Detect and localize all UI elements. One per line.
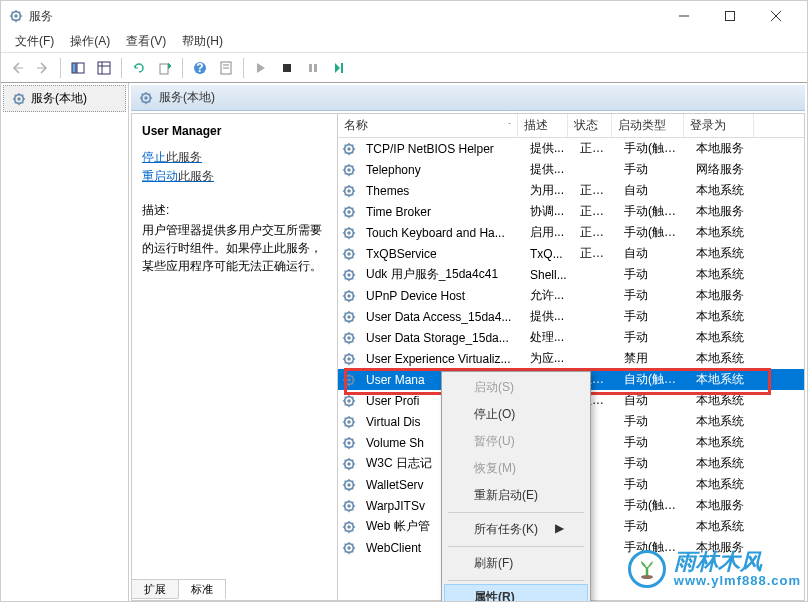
table-row[interactable]: Udk 用户服务_15da4c41Shell...手动本地系统	[338, 264, 804, 285]
cm-resume: 恢复(M)	[444, 455, 588, 482]
cell-logon: 本地系统	[690, 329, 760, 346]
cell-logon: 本地系统	[690, 245, 760, 262]
table-row[interactable]: TxQBServiceTxQ...正在...自动本地系统	[338, 243, 804, 264]
table-row[interactable]: TCP/IP NetBIOS Helper提供...正在...手动(触发...本…	[338, 138, 804, 159]
col-startup[interactable]: 启动类型	[612, 114, 684, 137]
cell-name: Themes	[360, 184, 524, 198]
close-button[interactable]	[753, 1, 799, 31]
pause-service-button[interactable]	[301, 56, 325, 80]
gear-icon	[342, 268, 356, 282]
cm-properties[interactable]: 属性(R)	[444, 584, 588, 602]
table-row[interactable]: User Data Storage_15da...处理...手动本地系统	[338, 327, 804, 348]
forward-button[interactable]	[31, 56, 55, 80]
table-row[interactable]: User Experience Virtualiz...为应...禁用本地系统	[338, 348, 804, 369]
cm-restart[interactable]: 重新启动(E)	[444, 482, 588, 509]
content-header-title: 服务(本地)	[159, 89, 215, 106]
gear-icon	[342, 457, 356, 471]
titlebar: 服务	[1, 1, 807, 31]
svg-rect-28	[314, 64, 317, 72]
cell-logon: 本地系统	[690, 392, 760, 409]
cell-desc: 处理...	[524, 329, 574, 346]
cell-startup: 手动	[618, 161, 690, 178]
back-button[interactable]	[5, 56, 29, 80]
cm-all-tasks[interactable]: 所有任务(K)▶	[444, 516, 588, 543]
start-service-button[interactable]	[249, 56, 273, 80]
cell-startup: 自动	[618, 245, 690, 262]
tree-item-services-local[interactable]: 服务(本地)	[3, 85, 126, 112]
watermark-icon	[628, 550, 666, 588]
svg-rect-20	[160, 64, 168, 74]
cell-name: User Data Storage_15da...	[360, 331, 524, 345]
gear-icon	[342, 415, 356, 429]
menu-action[interactable]: 操作(A)	[62, 31, 118, 52]
watermark-logo: 雨林木风 www.ylmf888.com	[628, 543, 801, 595]
minimize-button[interactable]	[661, 1, 707, 31]
refresh-button[interactable]	[127, 56, 151, 80]
cell-name: Time Broker	[360, 205, 524, 219]
table-row[interactable]: User Data Access_15da4...提供...手动本地系统	[338, 306, 804, 327]
menubar: 文件(F) 操作(A) 查看(V) 帮助(H)	[1, 31, 807, 53]
cell-name: Udk 用户服务_15da4c41	[360, 266, 524, 283]
gear-icon	[342, 436, 356, 450]
maximize-button[interactable]	[707, 1, 753, 31]
gear-icon	[342, 205, 356, 219]
cell-logon: 本地系统	[690, 371, 760, 388]
cell-startup: 自动(触发...	[618, 371, 690, 388]
gear-icon	[342, 352, 356, 366]
sort-icon: ˇ	[508, 121, 511, 130]
cell-startup: 手动	[618, 518, 690, 535]
col-desc[interactable]: 描述	[518, 114, 568, 137]
desc-label: 描述:	[142, 202, 327, 219]
menu-help[interactable]: 帮助(H)	[174, 31, 231, 52]
col-name[interactable]: 名称ˇ	[338, 114, 518, 137]
stop-service-link[interactable]: 停止此服务	[142, 148, 327, 167]
table-row[interactable]: Time Broker协调...正在...手动(触发...本地服务	[338, 201, 804, 222]
tab-extended[interactable]: 扩展	[131, 579, 179, 599]
gear-icon	[342, 184, 356, 198]
show-hide-tree-button[interactable]	[66, 56, 90, 80]
table-row[interactable]: Touch Keyboard and Ha...启用...正在...手动(触发.…	[338, 222, 804, 243]
help-button[interactable]: ?	[188, 56, 212, 80]
cell-name: UPnP Device Host	[360, 289, 524, 303]
cell-startup: 手动(触发...	[618, 497, 690, 514]
cell-desc: 提供...	[524, 308, 574, 325]
cell-startup: 手动	[618, 455, 690, 472]
cell-name: TxQBService	[360, 247, 524, 261]
menu-file[interactable]: 文件(F)	[7, 31, 62, 52]
details-button[interactable]	[92, 56, 116, 80]
stop-service-button[interactable]	[275, 56, 299, 80]
gear-icon	[342, 520, 356, 534]
cell-startup: 手动	[618, 476, 690, 493]
main-area: 服务(本地) 服务(本地) User Manager 停止此服务 重启动此服务 …	[1, 83, 807, 601]
cell-desc: 协调...	[524, 203, 574, 220]
cell-logon: 网络服务	[690, 161, 760, 178]
table-row[interactable]: Telephony提供...手动网络服务	[338, 159, 804, 180]
table-row[interactable]: UPnP Device Host允许...手动本地服务	[338, 285, 804, 306]
restart-service-button[interactable]	[327, 56, 351, 80]
properties-button[interactable]	[214, 56, 238, 80]
cm-refresh[interactable]: 刷新(F)	[444, 550, 588, 577]
table-row[interactable]: Themes为用...正在...自动本地系统	[338, 180, 804, 201]
svg-rect-12	[726, 12, 735, 21]
cm-pause: 暂停(U)	[444, 428, 588, 455]
tree-pane: 服务(本地)	[1, 83, 129, 601]
gear-icon	[342, 226, 356, 240]
cell-startup: 手动	[618, 413, 690, 430]
export-button[interactable]	[153, 56, 177, 80]
cell-logon: 本地服务	[690, 140, 760, 157]
cell-startup: 手动	[618, 434, 690, 451]
cell-logon: 本地系统	[690, 350, 760, 367]
menu-view[interactable]: 查看(V)	[118, 31, 174, 52]
tab-standard[interactable]: 标准	[178, 579, 226, 599]
context-menu: 启动(S) 停止(O) 暂停(U) 恢复(M) 重新启动(E) 所有任务(K)▶…	[441, 371, 591, 602]
cell-startup: 手动	[618, 329, 690, 346]
cm-start: 启动(S)	[444, 374, 588, 401]
col-status[interactable]: 状态	[568, 114, 612, 137]
gear-icon	[342, 394, 356, 408]
cell-logon: 本地系统	[690, 476, 760, 493]
cm-stop[interactable]: 停止(O)	[444, 401, 588, 428]
cell-desc: Shell...	[524, 268, 574, 282]
col-logon[interactable]: 登录为	[684, 114, 754, 137]
restart-service-link[interactable]: 重启动此服务	[142, 167, 327, 186]
cell-logon: 本地系统	[690, 455, 760, 472]
